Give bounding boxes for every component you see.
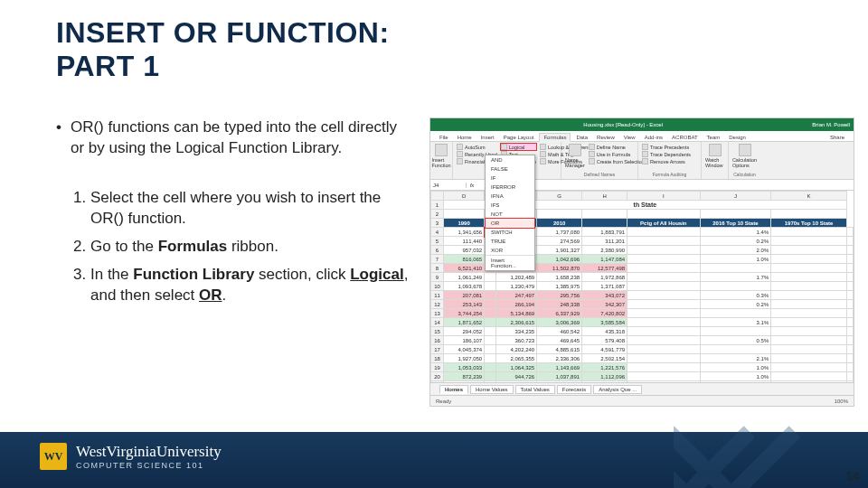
sheet-tab-forecasts[interactable]: Forecasts: [557, 385, 591, 394]
ribbon-tab-data[interactable]: Data: [572, 134, 591, 141]
ribbon-tab-file[interactable]: File: [436, 134, 452, 141]
autosum-button[interactable]: AutoSum: [457, 144, 497, 150]
wvu-logo: WV WestVirginiaUniversity COMPUTER SCIEN…: [40, 443, 222, 470]
ribbon-tab-page-layout[interactable]: Page Layout: [500, 134, 538, 141]
ribbon-tab-home[interactable]: Home: [454, 134, 476, 141]
trace-dependents-button[interactable]: Trace Dependents: [642, 151, 697, 157]
chevron-decoration: [674, 425, 818, 488]
dropdown-item-not[interactable]: NOT: [486, 210, 534, 219]
ribbon: Insert Function AutoSum Recently Used Fi…: [430, 142, 854, 180]
ribbon-tab-insert[interactable]: Insert: [477, 134, 498, 141]
fx-icon[interactable]: fx: [467, 183, 477, 188]
dropdown-item-ifna[interactable]: IFNA: [486, 192, 534, 201]
ribbon-tab-add-ins[interactable]: Add-ins: [641, 134, 666, 141]
ribbon-tab-design[interactable]: Design: [725, 134, 750, 141]
logical-dropdown: ANDFALSEIFIFERRORIFNAIFSNOTORSWITCHTRUEX…: [485, 155, 535, 271]
ribbon-tab-team[interactable]: Team: [703, 134, 724, 141]
dropdown-item-ifs[interactable]: IFS: [486, 201, 534, 210]
step-2: Go to the Formulas ribbon.: [90, 237, 413, 258]
ribbon-tabs: FileHomeInsertPage LayoutFormulasDataRev…: [430, 131, 854, 142]
sheet-tab-analysis-que-...[interactable]: Analysis Que ...: [593, 385, 642, 394]
wv-flying-icon: WV: [40, 443, 67, 470]
ribbon-tab-review[interactable]: Review: [593, 134, 618, 141]
create-from-selection-button[interactable]: Create from Selection: [589, 158, 645, 164]
dropdown-item-switch[interactable]: SWITCH: [486, 228, 534, 237]
share-button[interactable]: Share: [826, 134, 848, 141]
status-bar: Ready 100%: [430, 395, 854, 406]
slide-title: INSERT OR FUNCTION: PART 1: [56, 16, 390, 83]
footer-bar: WV WestVirginiaUniversity COMPUTER SCIEN…: [0, 432, 868, 488]
page-number: 14: [846, 469, 859, 483]
step-1: Select the cell where you wish to insert…: [90, 188, 413, 230]
dropdown-item-or[interactable]: OR: [486, 219, 534, 228]
name-box[interactable]: J4: [430, 183, 467, 188]
slide-body: OR() functions can be typed into the cel…: [56, 117, 413, 314]
watch-window-button[interactable]: Watch Window: [705, 144, 724, 168]
ribbon-tab-formulas[interactable]: Formulas: [539, 133, 571, 142]
ribbon-tab-acrobat[interactable]: ACROBAT: [668, 134, 702, 141]
dropdown-item-and[interactable]: AND: [486, 155, 534, 164]
define-name-button[interactable]: Define Name: [589, 144, 645, 150]
sheet-tabs: HomesHome ValuesTotal ValuesForecastsAna…: [430, 382, 854, 395]
insert-function-button[interactable]: Insert Function: [434, 144, 448, 168]
calculation-options-button[interactable]: Calculation Options: [732, 144, 757, 168]
sheet-tab-home-values[interactable]: Home Values: [470, 385, 514, 394]
intro-bullet: OR() functions can be typed into the cel…: [56, 117, 413, 159]
sheet-tab-homes[interactable]: Homes: [439, 385, 468, 394]
name-manager-button[interactable]: Name Manager: [565, 144, 585, 168]
ribbon-tab-view[interactable]: View: [620, 134, 639, 141]
dropdown-item-true[interactable]: TRUE: [486, 237, 534, 246]
window-titlebar: Housing.xlsx [Read-Only] - Excel Brian M…: [430, 118, 854, 131]
sheet-tab-total-values[interactable]: Total Values: [515, 385, 555, 394]
dropdown-item-insertfunction[interactable]: Insert Function...: [486, 256, 534, 270]
trace-precedents-button[interactable]: Trace Precedents: [642, 144, 697, 150]
dropdown-item-if[interactable]: IF: [486, 174, 534, 183]
step-3: In the Function Library section, click L…: [90, 265, 413, 306]
use-in-formula-button[interactable]: Use in Formula: [589, 151, 645, 157]
dropdown-item-xor[interactable]: XOR: [486, 246, 534, 255]
remove-arrows-button[interactable]: Remove Arrows: [642, 158, 697, 164]
logical-button[interactable]: Logical: [501, 144, 536, 150]
dropdown-item-iferror[interactable]: IFERROR: [486, 183, 534, 192]
excel-screenshot: Housing.xlsx [Read-Only] - Excel Brian M…: [429, 117, 854, 407]
dropdown-item-false[interactable]: FALSE: [486, 164, 534, 174]
